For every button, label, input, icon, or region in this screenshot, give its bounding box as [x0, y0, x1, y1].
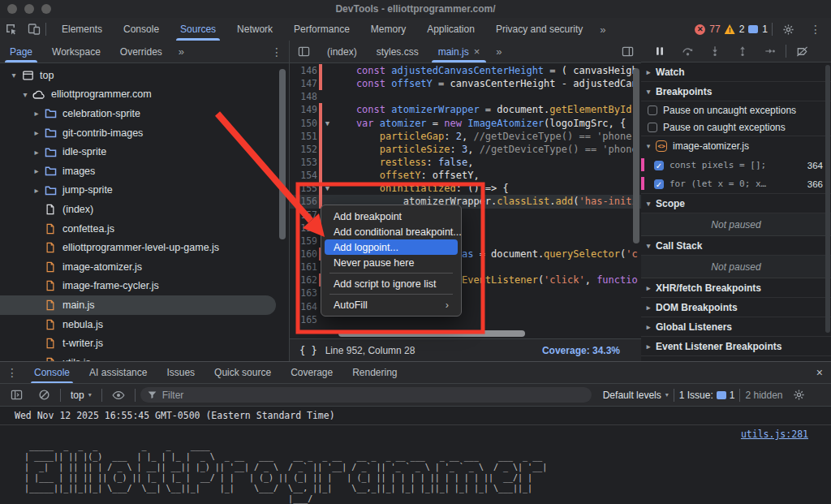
tree-item--index-[interactable]: (index): [0, 200, 289, 219]
fold-arrow-icon[interactable]: ▼: [322, 184, 333, 192]
drawer-tab-coverage[interactable]: Coverage: [281, 362, 342, 383]
section-xhr-fetch-breakpoints[interactable]: ▸XHR/fetch Breakpoints: [641, 278, 831, 298]
code-line-155[interactable]: 155▼ onInitialized: () => {: [290, 182, 641, 195]
step-out-icon[interactable]: [730, 42, 755, 60]
issues-counter[interactable]: 1 Issue: 1: [679, 390, 735, 401]
step-icon[interactable]: [758, 42, 782, 60]
code-line-147[interactable]: 147 const offsetY = canvasCenterHeight -…: [290, 77, 641, 90]
tree-item-image-atomizer-js[interactable]: image-atomizer.js: [0, 257, 289, 277]
code-line-150[interactable]: 150▼ var atomizer = new ImageAtomizer(lo…: [290, 117, 641, 130]
console-settings-gear-icon[interactable]: [788, 385, 811, 406]
javascript-context-select[interactable]: top ▾: [66, 390, 97, 401]
step-into-icon[interactable]: [703, 42, 727, 60]
drawer-tab-rendering[interactable]: Rendering: [342, 362, 407, 383]
section-call-stack[interactable]: ▾Call Stack: [641, 236, 831, 256]
settings-gear-icon[interactable]: [777, 19, 799, 40]
fold-arrow-icon[interactable]: ▼: [322, 119, 333, 127]
chevron-down-icon[interactable]: ▾: [19, 90, 31, 99]
navigator-more-tabs[interactable]: »: [172, 45, 191, 58]
chevron-right-icon[interactable]: ▸: [31, 109, 42, 118]
breakpoint-checkbox[interactable]: ✓: [654, 179, 664, 189]
tab-elements[interactable]: Elements: [51, 18, 113, 41]
more-tabs-button[interactable]: »: [593, 24, 612, 36]
menu-item-add-breakpoint[interactable]: Add breakpoint: [325, 209, 458, 224]
deactivate-breakpoints-icon[interactable]: [790, 42, 814, 60]
code-line-148[interactable]: 148: [290, 90, 641, 103]
coverage-link[interactable]: Coverage: 34.3%: [542, 345, 620, 356]
more-options-icon[interactable]: ⋮: [803, 23, 828, 36]
line-number[interactable]: 152: [290, 144, 317, 155]
checkbox[interactable]: [648, 123, 657, 132]
menu-item-add-script-to-ignore-list[interactable]: Add script to ignore list: [325, 276, 458, 291]
line-number[interactable]: 161: [290, 261, 317, 273]
chevron-right-icon[interactable]: ▸: [31, 128, 42, 137]
chevron-right-icon[interactable]: ▸: [31, 186, 42, 195]
line-number[interactable]: 156: [290, 196, 317, 207]
code-line-146[interactable]: 146 const adjustedCanvasCenterHeight = (…: [290, 64, 641, 77]
editor-tab--index-[interactable]: (index): [317, 41, 367, 62]
tree-item-confettea-js[interactable]: confettea.js: [0, 219, 289, 239]
editor-hscrollbar-thumb[interactable]: [338, 330, 525, 337]
line-number[interactable]: 157: [290, 209, 317, 221]
line-number[interactable]: 163: [290, 287, 317, 299]
line-number[interactable]: 151: [290, 131, 317, 142]
section-event-listener-breakpoints[interactable]: ▸Event Listener Breakpoints: [641, 337, 831, 356]
drawer-tab-console[interactable]: Console: [24, 362, 80, 383]
error-count[interactable]: 77: [709, 24, 720, 35]
tree-item-t-writer-js[interactable]: t-writer.js: [0, 334, 289, 353]
menu-item-add-logpoint-[interactable]: Add logpoint...: [325, 239, 458, 255]
section-scope[interactable]: ▾Scope: [641, 194, 831, 213]
line-number[interactable]: 164: [290, 301, 317, 312]
tree-item-utils-js[interactable]: utils.js: [0, 353, 289, 361]
breakpoint-entry[interactable]: ✓for (let x = 0; x…366: [641, 174, 831, 194]
tree-item-celebration-sprite[interactable]: ▸celebration-sprite: [0, 104, 289, 123]
log-levels-select[interactable]: Default levels ▾: [603, 390, 669, 401]
close-drawer-icon[interactable]: ×: [808, 366, 831, 379]
console-filter-input[interactable]: Filter: [140, 387, 592, 403]
section-watch[interactable]: ▸Watch: [641, 62, 831, 82]
line-number[interactable]: 146: [290, 65, 317, 76]
line-number[interactable]: 154: [290, 170, 317, 181]
tab-sources[interactable]: Sources: [170, 18, 226, 41]
tree-item-main-js[interactable]: main.js: [0, 295, 276, 315]
editor-vscrollbar[interactable]: [633, 68, 639, 243]
menu-item-autofill[interactable]: AutoFill›: [325, 297, 458, 312]
line-number[interactable]: 148: [290, 91, 317, 102]
tree-item-idle-sprite[interactable]: ▸idle-sprite: [0, 142, 289, 162]
close-tab-icon[interactable]: ×: [474, 45, 480, 58]
tab-console[interactable]: Console: [113, 18, 170, 41]
section-breakpoints[interactable]: ▾Breakpoints: [641, 82, 831, 101]
section-global-listeners[interactable]: ▸Global Listeners: [641, 317, 831, 337]
step-over-icon[interactable]: [675, 42, 700, 60]
warning-icon[interactable]: !: [725, 24, 735, 34]
inspect-icon[interactable]: [0, 19, 23, 40]
tree-item-git-contrib-images[interactable]: ▸git-contrib-images: [0, 123, 289, 143]
drawer-tab-quick-source[interactable]: Quick source: [205, 362, 281, 383]
tree-item-image-frame-cycler-js[interactable]: image-frame-cycler.js: [0, 277, 289, 296]
error-icon[interactable]: ✕: [695, 24, 705, 35]
editor-tab-main-js[interactable]: main.js×: [428, 41, 490, 62]
tab-privacy-and-security[interactable]: Privacy and security: [485, 18, 593, 41]
menu-item-add-conditional-breakpoint-[interactable]: Add conditional breakpoint...: [325, 224, 458, 239]
tree-item-nebula-js[interactable]: nebula.js: [0, 315, 289, 334]
line-number[interactable]: 158: [290, 222, 317, 234]
line-number[interactable]: 150: [290, 118, 317, 129]
tree-item-images[interactable]: ▸images: [0, 162, 289, 181]
tab-application[interactable]: Application: [416, 18, 485, 41]
editor-hscrollbar[interactable]: [322, 330, 633, 338]
line-number[interactable]: 153: [290, 157, 317, 168]
breakpoint-entry[interactable]: ✓const pixels = [];364: [641, 156, 831, 174]
navigator-tab-page[interactable]: Page: [0, 41, 42, 62]
drawer-tab-ai-assistance[interactable]: AI assistance: [80, 362, 157, 383]
line-number[interactable]: 155: [290, 183, 317, 194]
navigator-menu-icon[interactable]: ⋮: [265, 45, 289, 58]
chevron-down-icon[interactable]: ▾: [8, 71, 19, 80]
device-toolbar-icon[interactable]: [23, 19, 45, 40]
code-line-151[interactable]: 151 particleGap: 2, //getDeviceType() ==…: [290, 130, 641, 143]
code-line-152[interactable]: 152 particleSize: 3, //getDeviceType() =…: [290, 143, 641, 156]
menu-item-never-pause-here[interactable]: Never pause here: [325, 255, 458, 270]
toggle-navigator-icon[interactable]: [290, 41, 317, 62]
source-location-link[interactable]: utils.js:281: [741, 429, 808, 440]
code-line-149[interactable]: 149 const atomizerWrapper = document.get…: [290, 103, 641, 116]
tree-item-elliottprogrammer-com[interactable]: ▾elliottprogrammer.com: [0, 85, 289, 105]
